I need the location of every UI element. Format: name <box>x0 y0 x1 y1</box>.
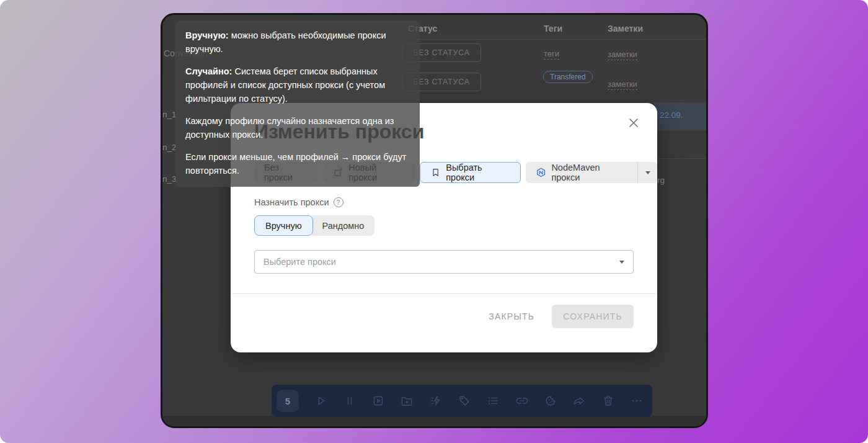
manual-mode-button[interactable]: Вручную <box>254 215 313 236</box>
row-divider <box>653 158 708 159</box>
assign-mode-tooltip: Вручную: можно выбрать необходимые прокс… <box>175 20 420 187</box>
pause-icon <box>343 394 356 408</box>
automation-icon <box>429 394 443 408</box>
select-proxy-button[interactable]: Выбрать прокси <box>420 162 521 183</box>
dialog-footer: ЗАКРЫТЬ СОХРАНИТЬ <box>231 305 634 328</box>
save-button[interactable]: СОХРАНИТЬ <box>552 305 634 328</box>
profile-name-fragment: n_3 <box>162 174 177 184</box>
notes-placeholder-link: заметки <box>608 79 637 90</box>
assign-mode-toggle: Вручную Рандомно <box>254 215 374 236</box>
column-header-tags: Теги <box>544 24 562 34</box>
more-options-icon <box>630 394 644 408</box>
video-play-icon <box>371 394 385 408</box>
window-footer-strip <box>162 416 706 426</box>
assign-proxy-label: Назначить прокси ? <box>254 197 343 207</box>
close-icon[interactable] <box>626 115 641 130</box>
profile-name-fragment: n_1 <box>162 110 177 119</box>
play-icon <box>314 394 327 408</box>
bookmark-icon <box>430 167 441 178</box>
bulk-actions-toolbar: 5 <box>272 385 652 417</box>
chevron-down-icon <box>619 261 624 264</box>
nodemaven-proxy-button[interactable]: NodeMaven прокси <box>526 162 657 183</box>
tooltip-paragraph: Случайно: Система берет список выбранных… <box>185 65 410 105</box>
nodemaven-logo-icon <box>536 167 546 178</box>
share-icon <box>572 394 586 408</box>
random-mode-button[interactable]: Рандомно <box>312 215 375 236</box>
notes-placeholder-link: заметки <box>608 50 637 60</box>
tag-icon <box>458 394 471 408</box>
selected-count-badge: 5 <box>277 390 299 412</box>
tooltip-paragraph: Вручную: можно выбрать необходимые прокс… <box>185 29 410 56</box>
folder-add-icon <box>400 394 414 408</box>
tooltip-paragraph: Если прокси меньше, чем профилей → прокс… <box>185 150 410 177</box>
tag-chip: Transfered <box>543 71 593 83</box>
proxy-select-placeholder: Выберите прокси <box>264 257 336 267</box>
tooltip-paragraph: Каждому профилю случайно назначается одн… <box>185 114 410 141</box>
help-icon[interactable]: ? <box>334 197 343 207</box>
text-fragment: rg <box>657 176 665 185</box>
nodemaven-dropdown-button[interactable] <box>637 162 657 183</box>
link-icon <box>515 394 529 408</box>
column-header-notes: Заметки <box>608 24 643 34</box>
list-icon <box>486 394 500 408</box>
screenshot-stage: Статус Теги Заметки Conversion БЕЗ СТАТУ… <box>0 0 868 443</box>
cookie-icon <box>544 394 557 408</box>
header-divider <box>392 39 708 40</box>
close-button[interactable]: ЗАКРЫТЬ <box>480 305 543 328</box>
date-link-fragment: 22.09. <box>660 110 683 120</box>
footer-divider <box>231 293 657 294</box>
tags-placeholder-link: теги <box>544 49 559 60</box>
trash-icon <box>601 394 615 408</box>
profile-name-fragment: n_2 <box>162 143 177 152</box>
chevron-down-icon <box>645 171 650 174</box>
proxy-select[interactable]: Выберите прокси <box>254 250 634 274</box>
